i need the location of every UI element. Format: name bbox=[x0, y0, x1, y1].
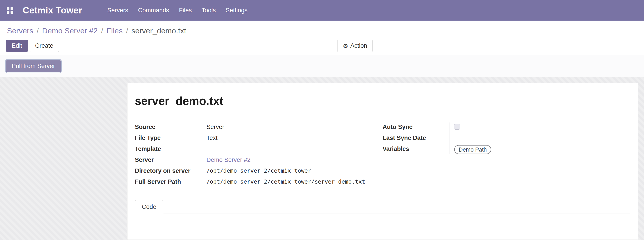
app-brand[interactable]: Cetmix Tower bbox=[23, 5, 82, 15]
menu-servers[interactable]: Servers bbox=[107, 7, 128, 14]
field-label-file-type: File Type bbox=[135, 134, 206, 142]
field-label-full-path: Full Server Path bbox=[135, 178, 206, 186]
top-navbar: Cetmix Tower Servers Commands Files Tool… bbox=[0, 0, 644, 21]
field-row-full-path: Full Server Path /opt/demo_server_2/cetm… bbox=[135, 176, 382, 187]
notebook-tabs: Code bbox=[135, 200, 630, 214]
field-row-server: Server Demo Server #2 bbox=[135, 154, 382, 165]
field-row-variables: Variables Demo Path bbox=[382, 143, 630, 154]
field-label-last-sync-date: Last Sync Date bbox=[382, 134, 454, 142]
field-value-directory: /opt/demo_server_2/cetmix-tower bbox=[206, 167, 311, 175]
field-label-variables: Variables bbox=[382, 145, 454, 153]
menu-commands[interactable]: Commands bbox=[138, 7, 169, 14]
field-label-source: Source bbox=[135, 123, 206, 131]
field-row-source: Source Server bbox=[135, 121, 382, 132]
field-row-last-sync-date: Last Sync Date bbox=[382, 132, 630, 143]
field-row-template: Template bbox=[135, 143, 382, 154]
apps-menu-icon[interactable] bbox=[7, 7, 13, 14]
record-title: server_demo.txt bbox=[135, 95, 630, 108]
field-value-server-link[interactable]: Demo Server #2 bbox=[206, 156, 251, 164]
pull-from-server-button[interactable]: Pull from Server bbox=[6, 60, 61, 72]
field-label-auto-sync: Auto Sync bbox=[382, 123, 454, 131]
breadcrumb-separator: / bbox=[36, 26, 38, 35]
field-value-source: Server bbox=[206, 123, 224, 131]
gear-icon: ⚙ bbox=[343, 43, 348, 49]
form-view-background: server_demo.txt Source Server File Type … bbox=[0, 77, 644, 240]
field-label-template: Template bbox=[135, 145, 206, 153]
breadcrumb: Servers / Demo Server #2 / Files / serve… bbox=[0, 21, 644, 38]
menu-files[interactable]: Files bbox=[179, 7, 192, 14]
field-row-directory: Directory on server /opt/demo_server_2/c… bbox=[135, 165, 382, 176]
form-sheet: server_demo.txt Source Server File Type … bbox=[127, 83, 638, 240]
create-button[interactable]: Create bbox=[30, 40, 59, 52]
field-label-server: Server bbox=[135, 156, 206, 164]
breadcrumb-separator: / bbox=[126, 26, 128, 35]
field-row-auto-sync: Auto Sync bbox=[382, 121, 630, 132]
main-menu: Servers Commands Files Tools Settings bbox=[107, 7, 248, 14]
field-label-directory: Directory on server bbox=[135, 167, 206, 175]
group-divider bbox=[449, 122, 450, 154]
field-group-left: Source Server File Type Text Template Se… bbox=[135, 121, 382, 187]
field-value-file-type: Text bbox=[206, 134, 218, 142]
statusbar: Pull from Server bbox=[0, 55, 644, 77]
variable-tag-demo-path[interactable]: Demo Path bbox=[454, 145, 491, 154]
auto-sync-checkbox[interactable] bbox=[454, 124, 460, 130]
edit-button[interactable]: Edit bbox=[6, 40, 28, 52]
breadcrumb-servers[interactable]: Servers bbox=[7, 26, 33, 35]
field-value-full-path: /opt/demo_server_2/cetmix-tower/server_d… bbox=[206, 178, 365, 186]
tab-code[interactable]: Code bbox=[135, 200, 163, 214]
control-panel-buttons: Edit Create ⚙ Action bbox=[0, 38, 644, 55]
action-button-label: Action bbox=[350, 42, 367, 49]
field-group-right: Auto Sync Last Sync Date Variables Demo … bbox=[382, 121, 630, 187]
field-groups: Source Server File Type Text Template Se… bbox=[135, 121, 630, 187]
menu-settings[interactable]: Settings bbox=[226, 7, 248, 14]
menu-tools[interactable]: Tools bbox=[202, 7, 216, 14]
field-row-file-type: File Type Text bbox=[135, 132, 382, 143]
breadcrumb-separator: / bbox=[101, 26, 103, 35]
breadcrumb-current: server_demo.txt bbox=[132, 26, 186, 35]
breadcrumb-files[interactable]: Files bbox=[106, 26, 123, 35]
breadcrumb-demo-server[interactable]: Demo Server #2 bbox=[42, 26, 98, 35]
action-button[interactable]: ⚙ Action bbox=[337, 40, 373, 52]
